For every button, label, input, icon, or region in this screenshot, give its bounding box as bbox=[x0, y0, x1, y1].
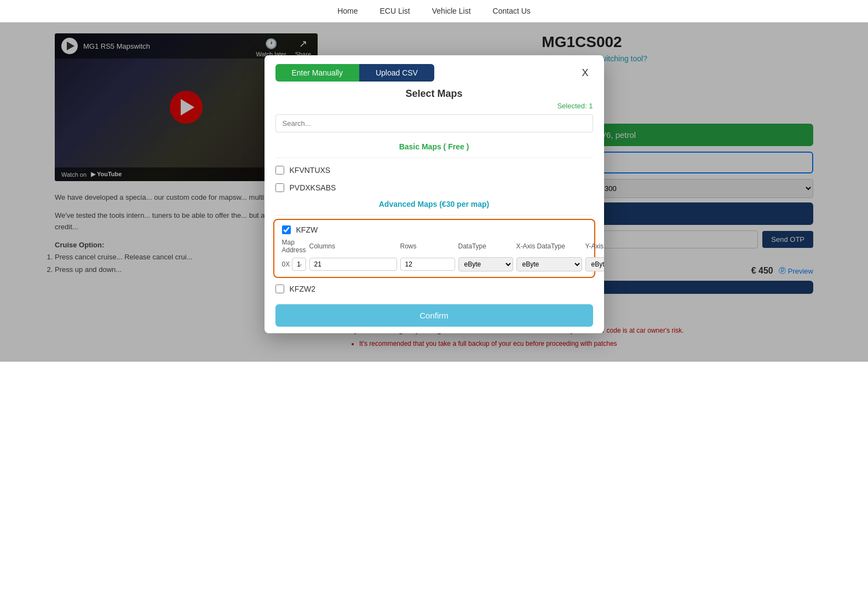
map-checkbox-KFVNTUXS[interactable] bbox=[275, 166, 284, 175]
datatype-label: DataType bbox=[458, 242, 513, 250]
y-axis-select[interactable]: eByte eWord eDWord bbox=[585, 257, 604, 271]
nav-ecu-list[interactable]: ECU List bbox=[380, 7, 410, 15]
map-label-KFZW: KFZW bbox=[296, 225, 318, 234]
confirm-button[interactable]: Confirm bbox=[275, 304, 593, 327]
map-checkbox-PVDXKSABS[interactable] bbox=[275, 183, 284, 192]
columns-label: Columns bbox=[309, 242, 397, 250]
nav-vehicle-list[interactable]: Vehicle List bbox=[432, 7, 471, 15]
tab-upload-csv[interactable]: Upload CSV bbox=[359, 64, 434, 82]
rows-label: Rows bbox=[400, 242, 455, 250]
map-details-KFZW: Map Address Columns Rows DataType X-Axis… bbox=[282, 239, 587, 271]
map-item-KFZW2: KFZW2 bbox=[265, 280, 604, 298]
page-layout: MG1 RS5 Mapswitch 🕐 Watch later ↗ Share … bbox=[0, 22, 868, 362]
address-prefix: 0X bbox=[282, 260, 290, 268]
map-label-PVDXKSABS: PVDXKSABS bbox=[290, 183, 336, 192]
basic-maps-title: Basic Maps ( Free ) bbox=[275, 139, 593, 154]
tab-enter-manually[interactable]: Enter Manually bbox=[275, 64, 359, 82]
x-axis-select[interactable]: eByte eWord eDWord bbox=[516, 257, 582, 271]
maps-search-input[interactable] bbox=[275, 114, 593, 132]
y-axis-label: Y-Axis DataType bbox=[585, 242, 604, 250]
address-value-input[interactable] bbox=[292, 258, 306, 271]
advanced-maps-title: Advanced Maps (€30 per map) bbox=[275, 196, 593, 212]
map-item-KFZW-header: KFZW bbox=[282, 225, 587, 234]
map-label-KFVNTUXS: KFVNTUXS bbox=[290, 166, 331, 175]
nav-home[interactable]: Home bbox=[337, 7, 358, 15]
modal-title: Select Maps bbox=[265, 82, 604, 102]
datatype-select[interactable]: eByte eWord eDWord bbox=[458, 257, 513, 271]
modal-overlay: Enter Manually Upload CSV X Select Maps … bbox=[0, 22, 868, 362]
basic-maps-divider bbox=[275, 158, 593, 158]
modal-header: Enter Manually Upload CSV X bbox=[265, 55, 604, 82]
x-axis-label: X-Axis DataType bbox=[516, 242, 582, 250]
modal-close-button[interactable]: X bbox=[577, 65, 593, 81]
address-input-row: 0X bbox=[282, 258, 306, 271]
nav-contact-us[interactable]: Contact Us bbox=[493, 7, 531, 15]
map-item-KFZW-expanded: KFZW Map Address Columns Rows DataType X… bbox=[273, 219, 595, 278]
map-checkbox-KFZW[interactable] bbox=[282, 225, 291, 234]
addr-label: Map Address bbox=[282, 239, 306, 254]
main-nav: Home ECU List Vehicle List Contact Us bbox=[0, 0, 868, 22]
modal-tabs: Enter Manually Upload CSV bbox=[275, 64, 434, 82]
map-label-KFZW2: KFZW2 bbox=[290, 285, 315, 293]
advanced-maps-divider bbox=[275, 215, 593, 216]
map-item-PVDXKSABS: PVDXKSABS bbox=[265, 179, 604, 196]
rows-input[interactable] bbox=[400, 258, 455, 271]
select-maps-modal: Enter Manually Upload CSV X Select Maps … bbox=[265, 55, 604, 333]
selected-count-badge: Selected: 1 bbox=[265, 102, 604, 114]
map-item-KFVNTUXS: KFVNTUXS bbox=[265, 161, 604, 179]
columns-input[interactable] bbox=[309, 258, 397, 271]
map-checkbox-KFZW2[interactable] bbox=[275, 285, 284, 293]
